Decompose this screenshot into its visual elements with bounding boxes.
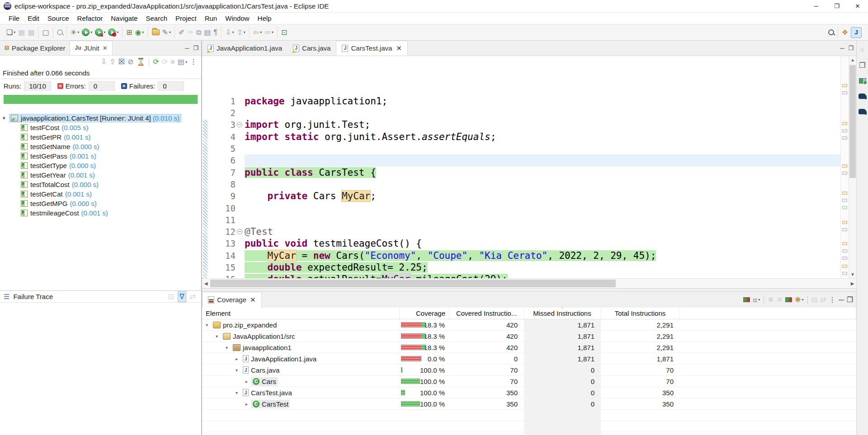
menu-refactor[interactable]: Refactor — [73, 13, 107, 24]
tab-junit[interactable]: JuJUnit✕ — [70, 41, 112, 55]
column-header-covered-instructio-[interactable]: Covered Instructio... — [449, 308, 524, 319]
tab-carstest-java[interactable]: JCarsTest.java✕ — [336, 41, 407, 56]
code-editor[interactable]: 1package javaapplication1;23−import org.… — [202, 56, 840, 278]
close-button[interactable]: ✕ — [847, 0, 868, 12]
test-suite-row[interactable]: ▾ javaapplication1.CarsTest [Runner: JUn… — [0, 113, 201, 123]
maximize-button[interactable]: ❐ — [826, 0, 847, 12]
test-item[interactable]: testTotalCost(0.000 s) — [0, 180, 201, 189]
coverage-row[interactable]: ▾pro.zip_expanded18.3 %4201,8712,291 — [202, 319, 856, 331]
search-icon[interactable] — [828, 27, 834, 38]
show-next-failure-icon[interactable]: ⇩ — [101, 56, 107, 67]
close-icon[interactable]: ✕ — [396, 44, 402, 52]
test-item[interactable]: testGetCat(0.001 s) — [0, 189, 201, 199]
view-menu-icon[interactable]: ⋮ — [829, 295, 836, 305]
dropdown-caret-icon[interactable]: ▾ — [802, 298, 803, 302]
restore-view-icon[interactable]: ❐ — [859, 60, 865, 71]
tab-javaapplication1-java[interactable]: JJavaApplication1.java — [202, 41, 288, 56]
coverage-row[interactable]: ▾JavaApplication1/src18.3 %4201,8712,291 — [202, 331, 856, 342]
dropdown-caret-icon[interactable]: ▾ — [14, 30, 15, 34]
new-java-project-icon[interactable]: ⊞ — [126, 27, 132, 38]
profile-icon[interactable]: ▾ — [108, 27, 118, 38]
new-web-wizard-icon[interactable]: ◉▾ — [135, 27, 144, 38]
fold-marker-icon[interactable]: − — [237, 122, 242, 127]
test-history-icon[interactable]: ▤▾ — [178, 56, 187, 67]
junit-test-tree[interactable]: ▾ javaapplication1.CarsTest [Runner: JUn… — [0, 107, 201, 290]
dropdown-caret-icon[interactable]: ▾ — [117, 30, 118, 34]
console-view-icon[interactable] — [859, 75, 866, 86]
scroll-down-icon[interactable]: ▼ — [849, 271, 856, 278]
trim-dots-icon[interactable]: ⁘ — [859, 45, 865, 56]
collapse-all-icon[interactable]: ⊟ — [811, 295, 817, 305]
test-item[interactable]: testGetPass(0.001 s) — [0, 151, 201, 161]
test-item[interactable]: testGetMPG(0.000 s) — [0, 199, 201, 208]
new-snippet-icon[interactable]: ✎▾ — [162, 27, 171, 38]
column-header-missed-instructions[interactable]: Missed Instructions⌃ — [524, 308, 601, 319]
show-skipped-only-icon[interactable]: ⊘ — [127, 56, 133, 67]
debug-icon[interactable]: ✳▾ — [71, 27, 79, 38]
dropdown-caret-icon[interactable]: ▾ — [77, 30, 79, 34]
maximize-view-icon[interactable]: ❐ — [193, 45, 198, 51]
remove-session-icon[interactable]: ✖ — [768, 295, 774, 305]
relaunch-coverage-icon[interactable] — [743, 295, 750, 305]
session-settings-icon[interactable]: ❋▾ — [795, 295, 803, 305]
link-with-selection-icon[interactable]: ⇄ — [820, 295, 826, 305]
scroll-right-icon[interactable]: ▶ — [849, 281, 856, 286]
save-all-icon[interactable]: ▩ — [28, 27, 34, 38]
coverage-row[interactable]: ▾JCars.java100.0 %70070 — [202, 365, 856, 376]
rerun-test-icon[interactable]: ⟳ — [153, 56, 159, 67]
filter-stack-trace-icon[interactable]: ∇ — [178, 291, 186, 302]
maximize-editor-icon[interactable]: ❐ — [848, 45, 854, 51]
chevron-down-icon[interactable]: ▾ — [206, 323, 212, 327]
column-header-coverage[interactable]: Coverage — [400, 308, 449, 319]
run-icon[interactable]: ▾ — [82, 27, 92, 38]
open-perspective-icon[interactable]: ❖ — [842, 27, 848, 38]
dropdown-caret-icon[interactable]: ▾ — [758, 298, 760, 302]
minimize-button[interactable]: ─ — [806, 0, 826, 12]
remove-all-sessions-icon[interactable]: ✖ — [777, 295, 783, 305]
next-annotation-icon[interactable]: ⇩▾ — [225, 27, 234, 38]
dropdown-caret-icon[interactable]: ▾ — [232, 30, 234, 34]
forward-icon[interactable]: ⇨▾ — [264, 27, 273, 38]
open-console-icon[interactable]: ▢ — [42, 27, 49, 38]
stop-test-icon[interactable]: ■ — [170, 56, 175, 67]
close-icon[interactable]: ✕ — [103, 45, 108, 51]
link-editor-icon[interactable]: ⧉ — [196, 27, 201, 38]
dropdown-caret-icon[interactable]: ▾ — [142, 30, 144, 34]
dropdown-caret-icon[interactable]: ▾ — [260, 30, 262, 34]
test-item[interactable]: testmileageCost(0.001 s) — [0, 208, 201, 218]
chevron-down-icon[interactable]: ▾ — [3, 115, 9, 121]
test-item[interactable]: testGetType(0.000 s) — [0, 161, 201, 170]
dropdown-caret-icon[interactable]: ▾ — [272, 30, 274, 34]
coverage-icon[interactable]: ▾ — [95, 27, 105, 38]
open-type-icon[interactable] — [152, 27, 160, 38]
new-wizard-icon[interactable]: ❏▾ — [6, 27, 15, 38]
show-stack-trace-console-icon[interactable]: ⊡ — [168, 291, 174, 302]
chevron-down-icon[interactable]: ▾ — [236, 368, 241, 373]
menu-file[interactable]: File — [5, 13, 24, 24]
minimize-view-icon[interactable]: ─ — [839, 295, 844, 305]
minimize-editor-icon[interactable]: ─ — [840, 45, 844, 51]
dropdown-caret-icon[interactable]: ▾ — [169, 30, 171, 34]
minimize-view-icon[interactable]: ─ — [185, 45, 189, 51]
editor-horizontal-scrollbar[interactable]: ◀ ▶ — [202, 278, 856, 288]
menu-project[interactable]: Project — [171, 13, 201, 24]
coverage-row[interactable]: ▸JJavaApplication1.java0.0 %01,8711,871 — [202, 353, 856, 365]
coverage-row[interactable]: ▾JCarsTest.java100.0 %3500350 — [202, 387, 856, 398]
save-icon[interactable]: ▦ — [18, 27, 25, 38]
scroll-up-icon[interactable]: ▲ — [849, 56, 856, 64]
view-menu-icon[interactable]: ⋮ — [190, 56, 197, 67]
test-item[interactable]: testFCost(0.005 s) — [0, 123, 201, 132]
column-header-element[interactable]: Element — [202, 308, 400, 319]
java-perspective-icon[interactable]: J — [851, 27, 862, 38]
dropdown-caret-icon[interactable]: ▾ — [104, 30, 105, 34]
overview-ruler[interactable] — [840, 56, 849, 278]
editor-vertical-scrollbar[interactable]: ▲ ▼ — [849, 56, 856, 278]
test-item[interactable]: testGetName(0.000 s) — [0, 142, 201, 151]
back-icon[interactable]: ⇦▾ — [253, 27, 262, 38]
column-header-total-instructions[interactable]: Total Instructions — [601, 308, 680, 319]
previous-annotation-icon[interactable]: ⇧▾ — [236, 27, 245, 38]
chevron-right-icon[interactable]: ▸ — [245, 402, 251, 407]
gradle-tasks-icon[interactable] — [859, 91, 866, 102]
menu-navigate[interactable]: Navigate — [107, 13, 142, 24]
open-task-icon[interactable]: ▤ — [204, 27, 211, 38]
